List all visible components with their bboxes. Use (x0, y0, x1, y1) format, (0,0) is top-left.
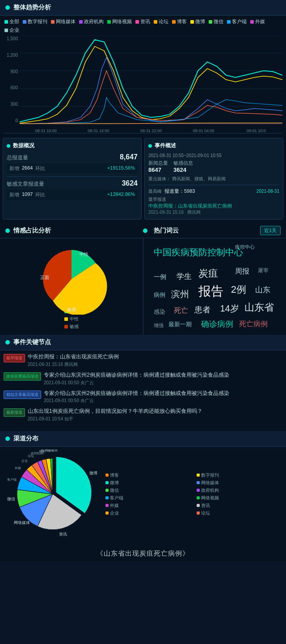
wordcloud-panel: 中国疾病预防控制中心疾控中心一例学生炭疽周报屠宰病例滨州报告2例山东感染死亡患者… (143, 238, 286, 335)
word-cloud-item: 山东 (255, 285, 270, 295)
event-media-row: 重点媒体： 腾讯新闻、搜狐、网易新闻 (148, 176, 279, 182)
word-cloud-item: 炭疽 (198, 267, 218, 280)
event-stats: 新闻总量 8647 敏感信息 3624 (148, 160, 279, 173)
trend-legend: 全部数字报刊网络媒体政府机构网络视频资讯论坛博客微博微信客户端外媒企业 (0, 16, 286, 35)
sensitive-info-val: 3624 (173, 166, 193, 173)
pie-label-small: 外媒 (15, 466, 21, 470)
sensitive-new-value: 1097 (22, 191, 33, 198)
word-cloud-item: 死亡病例 (239, 320, 268, 329)
channel-legend-item: 网络视频 (197, 495, 282, 501)
keynode-meta: 2021-09-01 00:50 央广云 (44, 380, 282, 386)
total-value: 8,647 (120, 153, 138, 161)
svg-text:中性: 中性 (80, 252, 88, 257)
total-sub: 新增 2664 环比 +19115.56% (7, 163, 138, 174)
y-label: 900 (4, 69, 18, 74)
legend-neutral-label: 中性 (70, 316, 79, 322)
word-cloud-item: 一例 (154, 273, 166, 281)
keynode-item: 最新报道 山东出现1例炭疽死亡病例，目前情况如何？牛羊肉还能放心购买食用吗？ 2… (4, 407, 282, 422)
channel-legend-item: 微信 (105, 487, 191, 494)
pie-chart: 正面 中性 敏感 (36, 243, 107, 306)
svg-text:正面: 正面 (40, 275, 49, 280)
channel-legend-item: 企业 (105, 510, 191, 516)
trend-section: 整体趋势分析 全部数字报刊网络媒体政府机构网络视频资讯论坛博客微博微信客户端外媒… (0, 0, 286, 135)
news-total-val: 8647 (148, 166, 168, 173)
legend-item: 资讯 (135, 18, 150, 25)
channel-legend-item: 博客 (105, 472, 191, 478)
pie-label: 微信 (7, 497, 15, 501)
trend-title: 整体趋势分析 (13, 4, 51, 12)
svg-text:敏感: 敏感 (67, 307, 76, 312)
pie-label: 网络媒体 (14, 520, 30, 525)
word-cloud-item: 滨州 (171, 288, 189, 300)
channel-header: 渠道分布 (0, 431, 286, 447)
data-overview-card: 数据概况 总报道量 8,647 新增 2664 环比 +19115.56% 敏感… (3, 138, 142, 220)
pie-label: 微博 (89, 471, 97, 475)
channel-legend-item: 网络媒体 (197, 480, 282, 486)
legend-item: 外媒 (250, 18, 265, 25)
sentiment-header-left: 情感占比分析 (5, 227, 143, 235)
sensitive-info-label: 敏感信息 (173, 160, 193, 166)
earliest-meta: 2021-08-31 15:16 腾讯网 (148, 209, 279, 216)
earliest-time: 2021-08-31 15:16 (148, 210, 184, 215)
keynode-title: 专家介绍山东滨州2例炭疽确诊病例详情：病例通过接触或食用被污染食品感染 (44, 371, 282, 379)
word-cloud-item: 山东省 (244, 301, 274, 314)
pie-legend-neutral: 中性 (64, 316, 79, 322)
event-dot (148, 144, 152, 148)
sensitive-value: 3624 (122, 179, 138, 187)
peak-count: 报道量：5983 (164, 188, 195, 195)
sensitive-sub: 新增 1097 环比 +12842.86% (7, 190, 138, 200)
x-axis-labels: 08-31 10:0008-31 16:0008-31 22:0009-01 0… (20, 124, 282, 133)
earliest-media: 腾讯网 (187, 210, 201, 215)
y-label: 1,200 (4, 53, 18, 58)
sentiment-dot (5, 229, 10, 233)
event-overview-header: 事件概述 (148, 142, 279, 150)
event-overview-title: 事件概述 (155, 142, 176, 150)
wordcloud-header-right: 热门词云 近1天 (143, 226, 281, 235)
channel-legend-item: 微博 (105, 480, 191, 486)
keynode-badge: 最新报道 (4, 408, 25, 417)
sensitive-stat: 敏感文章报道量 3624 (7, 179, 138, 188)
y-axis: 1,5001,2009006003000 (4, 35, 20, 124)
word-cloud-item: 最新一期 (168, 320, 192, 328)
event-time: 2021-08-31 10:55~2021-09-01 10:55 (148, 153, 279, 158)
pie-label-small: 企业 (21, 459, 28, 462)
y-label: 1,500 (4, 36, 18, 41)
media-list: 腾讯新闻、搜狐、网易新闻 (172, 176, 226, 181)
sensitive-info-stat: 敏感信息 3624 (173, 160, 193, 173)
change-value: +19115.56% (107, 165, 135, 172)
word-cloud-item: 死亡 (174, 306, 188, 316)
keynodes-body: 最早报道 中疾控周报：山东省出现炭疽死亡病例 2021-08-31 15:16 … (0, 350, 286, 428)
keynode-item: 最早报道 中疾控周报：山东省出现炭疽死亡病例 2021-08-31 15:16 … (4, 353, 282, 368)
x-label: 09-01 04:00 (177, 129, 230, 133)
keynode-content: 中疾控周报：山东省出现炭疽死亡病例 2021-08-31 15:16 腾讯网 (28, 353, 282, 368)
legend-sensitive-label: 敏感 (70, 324, 79, 330)
total-stat: 总报道量 8,647 (7, 153, 138, 162)
earliest-row: 最早报道 中疾控周报：山东省出现炭疽死亡病例 2021-08-31 15:16 … (148, 196, 279, 216)
peak-date: 2021-08-31 (257, 189, 279, 194)
word-cloud-item: 屠宰 (258, 267, 269, 274)
new-label: 新增 (9, 165, 19, 172)
recent-btn[interactable]: 近1天 (260, 226, 281, 235)
peak-label: 最高峰 (148, 188, 162, 195)
channel-legend: 博客数字报刊微博网络媒体微信政府机构客户端网络视频外媒资讯企业论坛 (105, 472, 282, 516)
legend-item: 微博 (190, 18, 205, 25)
y-label: 300 (4, 102, 18, 107)
word-cloud-item: 感染 (154, 308, 165, 316)
word-cloud-item: 患者 (194, 304, 210, 315)
channel-section: 渠道分布 微博资讯网络媒体微信客户端外媒企业论坛政府机构博客数字报刊网络视频 博… (0, 431, 286, 545)
word-cloud-item: 学生 (177, 271, 192, 282)
wordcloud-dot (143, 229, 147, 233)
sentiment-title: 情感占比分析 (13, 227, 51, 235)
data-event-row: 数据概况 总报道量 8,647 新增 2664 环比 +19115.56% 敏感… (0, 135, 286, 222)
keynode-meta: 2021-09-01 00:50 央广云 (44, 398, 282, 404)
analysis-section: 情感占比分析 热门词云 近1天 (0, 222, 286, 335)
keynode-content: 专家介绍山东滨州2例炭疽确诊病例详情：病例通过接触或食用被污染食品感染 2021… (44, 371, 282, 386)
keynode-item: 媒体获重最高报道 专家介绍山东滨州2例炭疽确诊病例详情：病例通过接触或食用被污染… (4, 371, 282, 386)
channel-legend-item: 数字报刊 (197, 472, 282, 478)
legend-item: 博客 (172, 18, 187, 25)
keynode-title: 山东出现1例炭疽死亡病例，目前情况如何？牛羊肉还能放心购买食用吗？ (28, 407, 282, 415)
legend-item: 客户端 (227, 18, 247, 25)
channel-legend-item: 外媒 (105, 503, 191, 509)
news-total-stat: 新闻总量 8647 (148, 160, 168, 173)
data-overview-header: 数据概况 (7, 142, 138, 150)
